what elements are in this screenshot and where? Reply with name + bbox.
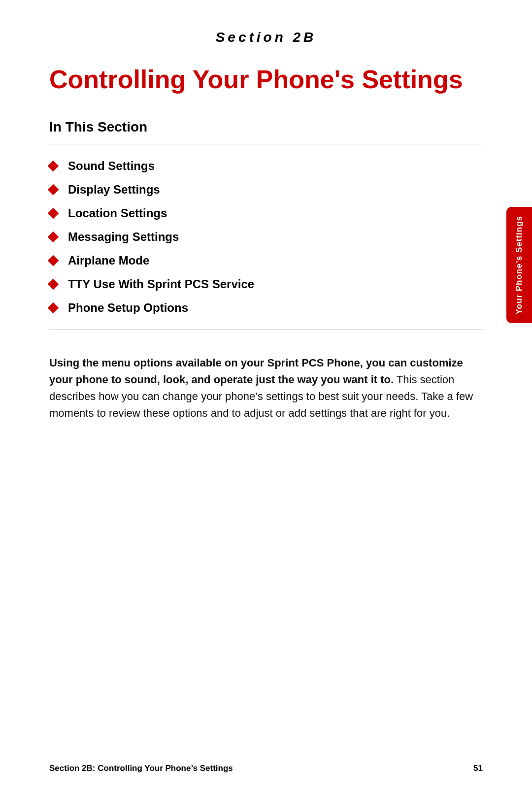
toc-list-item: Sound Settings <box>49 159 483 173</box>
toc-list: Sound SettingsDisplay SettingsLocation S… <box>49 159 483 315</box>
footer: Section 2B: Controlling Your Phone’s Set… <box>49 764 483 773</box>
toc-list-item: Location Settings <box>49 206 483 220</box>
toc-item-label: Airplane Mode <box>68 254 149 267</box>
bullet-icon <box>48 184 59 195</box>
top-divider <box>49 144 483 144</box>
main-title: Controlling Your Phone's Settings <box>49 65 483 95</box>
toc-item-label: Display Settings <box>68 183 160 197</box>
side-tab-text: Your Phone’s Settings <box>514 216 524 314</box>
toc-item-label: Phone Setup Options <box>68 301 188 315</box>
toc-list-item: Messaging Settings <box>49 230 483 244</box>
bullet-icon <box>48 255 59 266</box>
bullet-icon <box>48 231 59 242</box>
toc-item-label: TTY Use With Sprint PCS Service <box>68 277 254 291</box>
toc-list-item: Airplane Mode <box>49 254 483 267</box>
section-label: Section 2B <box>49 30 483 45</box>
bullet-icon <box>48 278 59 290</box>
toc-item-label: Location Settings <box>68 206 167 220</box>
bullet-icon <box>48 302 59 313</box>
side-tab: Your Phone’s Settings <box>506 207 532 323</box>
toc-item-label: Messaging Settings <box>68 230 179 244</box>
body-text: Using the menu options available on your… <box>49 355 483 422</box>
toc-list-item: Display Settings <box>49 183 483 197</box>
footer-left: Section 2B: Controlling Your Phone’s Set… <box>49 764 233 773</box>
toc-item-label: Sound Settings <box>68 159 155 173</box>
bottom-divider <box>49 330 483 330</box>
page-container: Section 2B Controlling Your Phone's Sett… <box>0 0 532 798</box>
bullet-icon <box>48 160 59 171</box>
toc-list-item: Phone Setup Options <box>49 301 483 315</box>
footer-right: 51 <box>473 764 483 773</box>
toc-list-item: TTY Use With Sprint PCS Service <box>49 277 483 291</box>
in-this-section-heading: In This Section <box>49 119 483 135</box>
bullet-icon <box>48 207 59 219</box>
